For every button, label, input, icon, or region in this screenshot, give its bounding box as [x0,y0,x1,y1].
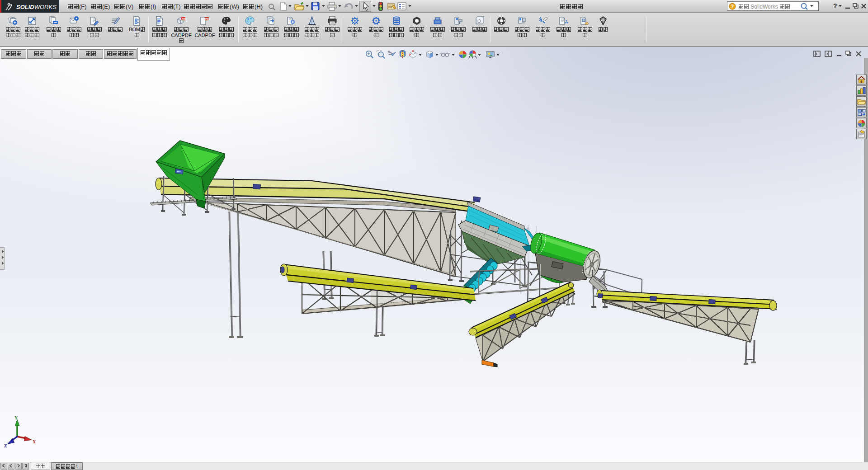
svg-text:Z: Z [4,443,7,448]
svg-text:?: ? [731,4,734,9]
svg-text:PDF: PDF [182,18,187,20]
svg-text:X: X [33,439,36,444]
svg-text:SOLIDWORKS: SOLIDWORKS [16,4,57,10]
svg-text:Y: Y [14,415,18,420]
svg-text:PDF: PDF [205,18,210,20]
